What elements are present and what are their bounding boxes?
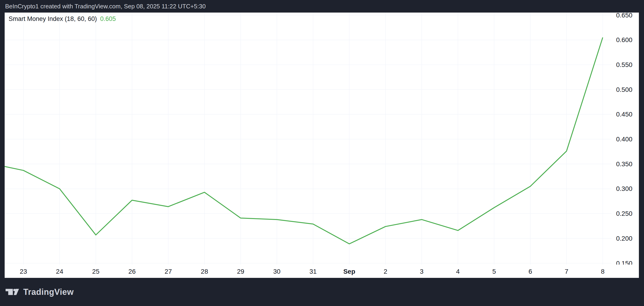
svg-text:6: 6 (528, 268, 532, 275)
attribution-bar: BeInCrypto1 created with TradingView.com… (0, 0, 644, 12)
brand-text: TradingView (23, 287, 74, 297)
svg-text:31: 31 (310, 268, 317, 275)
svg-text:23: 23 (20, 268, 27, 275)
tradingview-logo[interactable]: TradingView (6, 287, 74, 297)
svg-text:27: 27 (164, 268, 172, 275)
svg-text:26: 26 (128, 268, 136, 275)
attribution-text: BeInCrypto1 created with TradingView.com… (0, 3, 206, 10)
y-axis-labels: 0.6500.6000.5500.5000.4500.4000.3500.300… (616, 12, 632, 267)
svg-text:28: 28 (201, 268, 208, 275)
svg-text:30: 30 (273, 268, 280, 275)
svg-text:0.600: 0.600 (616, 36, 632, 44)
svg-text:0.500: 0.500 (616, 86, 632, 93)
x-axis-labels: 232425262728293031Sep2345678 (20, 268, 604, 275)
svg-text:4: 4 (456, 268, 460, 275)
indicator-value: 0.605 (100, 15, 116, 22)
indicator-name: Smart Money Index (18, 60, 60) (8, 15, 97, 22)
svg-text:0.200: 0.200 (616, 235, 632, 242)
svg-text:0.250: 0.250 (616, 210, 632, 217)
svg-text:2: 2 (384, 268, 387, 275)
footer-bar: TradingView (0, 278, 644, 306)
svg-text:3: 3 (420, 268, 424, 275)
svg-text:5: 5 (492, 268, 496, 275)
chart-panel: Smart Money Index (18, 60, 60)0.605 0.65… (5, 12, 639, 278)
svg-text:25: 25 (92, 268, 100, 275)
svg-text:0.550: 0.550 (616, 61, 632, 68)
svg-text:0.650: 0.650 (616, 12, 632, 19)
svg-text:0.150: 0.150 (616, 260, 632, 267)
grid-vertical (24, 12, 603, 264)
svg-text:0.350: 0.350 (616, 160, 632, 168)
svg-text:Sep: Sep (344, 268, 355, 275)
svg-text:29: 29 (237, 268, 244, 275)
svg-text:24: 24 (56, 268, 63, 275)
svg-text:0.450: 0.450 (616, 111, 632, 118)
smart-money-index-line (5, 38, 603, 244)
svg-text:0.400: 0.400 (616, 136, 632, 143)
price-chart: 0.6500.6000.5500.5000.4500.4000.3500.300… (5, 12, 639, 278)
indicator-legend: Smart Money Index (18, 60, 60)0.605 (8, 15, 116, 22)
tradingview-logo-icon (6, 289, 20, 295)
svg-text:0.300: 0.300 (616, 185, 632, 192)
svg-text:8: 8 (601, 268, 605, 275)
svg-text:7: 7 (565, 268, 568, 275)
